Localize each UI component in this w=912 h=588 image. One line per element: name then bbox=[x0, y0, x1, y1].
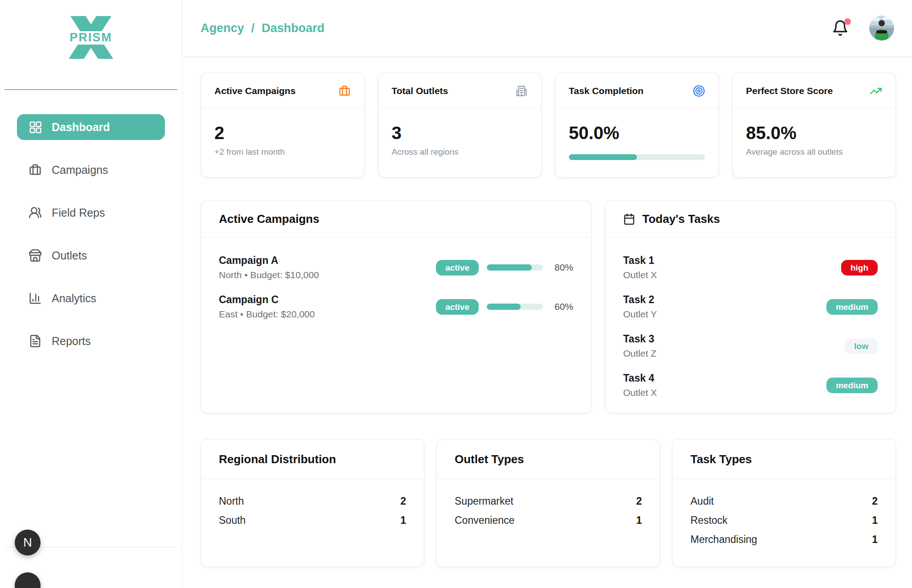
sidebar-item-field-reps[interactable]: Field Reps bbox=[17, 200, 165, 226]
stat-title: Perfect Store Score bbox=[746, 86, 833, 96]
summary-row: Audit 2 bbox=[690, 495, 878, 507]
bar-chart-icon bbox=[29, 292, 42, 305]
top-header: Agency / Dashboard bbox=[182, 0, 912, 57]
priority-badge: medium bbox=[826, 299, 878, 315]
floating-action-button[interactable]: N bbox=[15, 530, 41, 555]
task-row: Task 3 Outlet Z low bbox=[623, 332, 878, 360]
summary-label: Merchandising bbox=[690, 534, 757, 546]
status-badge: active bbox=[436, 299, 479, 315]
task-completion-progress-fill bbox=[569, 154, 637, 160]
summary-value: 1 bbox=[872, 514, 878, 526]
todays-tasks-panel: Today's Tasks Task 1 Outlet X high Task … bbox=[605, 201, 896, 413]
users-icon bbox=[29, 206, 42, 219]
summary-title: Task Types bbox=[690, 452, 752, 466]
task-outlet: Outlet Y bbox=[623, 308, 657, 321]
campaign-row: Campaign C East • Budget: $20,000 active… bbox=[219, 293, 573, 321]
breadcrumb: Agency / Dashboard bbox=[201, 21, 325, 35]
summary-title: Regional Distribution bbox=[219, 452, 336, 466]
stat-card-total-outlets: Total Outlets 3 Across all regions bbox=[378, 73, 542, 177]
priority-badge: medium bbox=[826, 378, 878, 393]
campaign-progress-fill bbox=[487, 264, 532, 271]
sidebar-nav: Dashboard Campaigns Field Reps bbox=[0, 90, 182, 354]
stat-value: 50.0% bbox=[569, 123, 705, 143]
priority-badge: low bbox=[845, 338, 878, 354]
task-name: Task 1 bbox=[623, 254, 657, 267]
store-icon bbox=[29, 249, 42, 262]
summary-title: Outlet Types bbox=[455, 452, 524, 466]
stat-card-task-completion: Task Completion 50.0% bbox=[555, 73, 719, 177]
file-text-icon bbox=[29, 334, 42, 348]
stat-title: Active Campaigns bbox=[214, 86, 296, 96]
target-icon bbox=[693, 85, 705, 97]
priority-badge: high bbox=[841, 260, 878, 275]
campaign-progress-label: 60% bbox=[551, 301, 573, 312]
stat-title: Task Completion bbox=[569, 86, 644, 96]
summary-label: Supermarket bbox=[455, 495, 514, 507]
summary-label: Convenience bbox=[455, 514, 514, 526]
sidebar-item-analytics[interactable]: Analytics bbox=[17, 285, 165, 311]
trending-up-icon bbox=[870, 85, 882, 97]
summary-row: Merchandising 1 bbox=[690, 534, 878, 546]
bottom-row: Regional Distribution North 2 South 1 Ou… bbox=[201, 439, 896, 567]
breadcrumb-separator: / bbox=[251, 21, 255, 35]
dashboard-grid-icon bbox=[29, 120, 42, 134]
summary-value: 1 bbox=[872, 534, 878, 546]
task-name: Task 3 bbox=[623, 332, 657, 345]
sidebar-item-label: Outlets bbox=[52, 249, 87, 262]
campaign-progress-track bbox=[487, 264, 543, 271]
avatar-image bbox=[869, 16, 894, 41]
stat-title: Total Outlets bbox=[392, 86, 448, 96]
main-content: Active Campaigns 2 +2 from last month To… bbox=[182, 57, 912, 588]
stats-row: Active Campaigns 2 +2 from last month To… bbox=[201, 73, 896, 177]
user-avatar[interactable] bbox=[869, 16, 894, 41]
summary-row: Convenience 1 bbox=[455, 514, 642, 526]
task-outlet: Outlet X bbox=[623, 387, 657, 399]
summary-row: North 2 bbox=[219, 495, 406, 507]
stat-value: 3 bbox=[392, 123, 528, 143]
summary-value: 1 bbox=[400, 514, 406, 526]
sidebar-item-reports[interactable]: Reports bbox=[17, 328, 165, 354]
summary-row: South 1 bbox=[219, 514, 406, 526]
campaign-row: Campaign A North • Budget: $10,000 activ… bbox=[219, 254, 573, 281]
breadcrumb-current: Dashboard bbox=[262, 21, 325, 35]
summary-label: North bbox=[219, 495, 244, 507]
floating-button-initial: N bbox=[23, 536, 32, 550]
summary-label: South bbox=[219, 514, 246, 526]
summary-value: 2 bbox=[400, 495, 406, 507]
sidebar-item-label: Reports bbox=[52, 335, 91, 348]
campaign-name: Campaign A bbox=[219, 254, 319, 267]
task-name: Task 4 bbox=[623, 371, 657, 385]
summary-label: Audit bbox=[690, 495, 714, 507]
stat-subtitle: Average across all outlets bbox=[746, 147, 883, 157]
sidebar-item-label: Field Reps bbox=[52, 206, 105, 219]
breadcrumb-parent[interactable]: Agency bbox=[201, 21, 244, 35]
stat-card-perfect-store-score: Perfect Store Score 85.0% Average across… bbox=[732, 73, 896, 177]
sidebar-item-outlets[interactable]: Outlets bbox=[17, 243, 165, 268]
sidebar-item-label: Dashboard bbox=[52, 121, 110, 134]
sidebar-item-label: Analytics bbox=[52, 292, 96, 305]
campaign-details: East • Budget: $20,000 bbox=[219, 308, 315, 321]
campaign-progress-track bbox=[487, 304, 543, 310]
summary-row: Restock 1 bbox=[690, 514, 878, 526]
notifications-button[interactable] bbox=[832, 20, 849, 37]
building-icon bbox=[515, 85, 528, 97]
briefcase-icon bbox=[338, 85, 351, 97]
sidebar: PRISM Dashboard Campaigns bbox=[0, 0, 182, 588]
stat-subtitle: Across all regions bbox=[392, 147, 528, 157]
stat-value: 2 bbox=[214, 123, 351, 143]
summary-row: Supermarket 2 bbox=[455, 495, 642, 507]
task-row: Task 4 Outlet X medium bbox=[623, 371, 878, 399]
active-campaigns-panel: Active Campaigns Campaign A North • Budg… bbox=[201, 201, 592, 413]
task-types-card: Task Types Audit 2 Restock 1 Merchandisi… bbox=[672, 439, 896, 567]
prism-x-icon: PRISM bbox=[63, 13, 119, 65]
task-outlet: Outlet Z bbox=[623, 347, 657, 360]
summary-value: 2 bbox=[636, 495, 642, 507]
panel-title: Active Campaigns bbox=[219, 212, 319, 226]
sidebar-item-dashboard[interactable]: Dashboard bbox=[17, 114, 165, 140]
panel-title: Today's Tasks bbox=[642, 212, 720, 226]
task-completion-progress-track bbox=[569, 154, 705, 160]
campaign-progress-fill bbox=[487, 304, 521, 310]
outlet-types-card: Outlet Types Supermarket 2 Convenience 1 bbox=[436, 439, 660, 567]
sidebar-item-campaigns[interactable]: Campaigns bbox=[17, 157, 165, 183]
stat-subtitle: +2 from last month bbox=[214, 147, 351, 157]
